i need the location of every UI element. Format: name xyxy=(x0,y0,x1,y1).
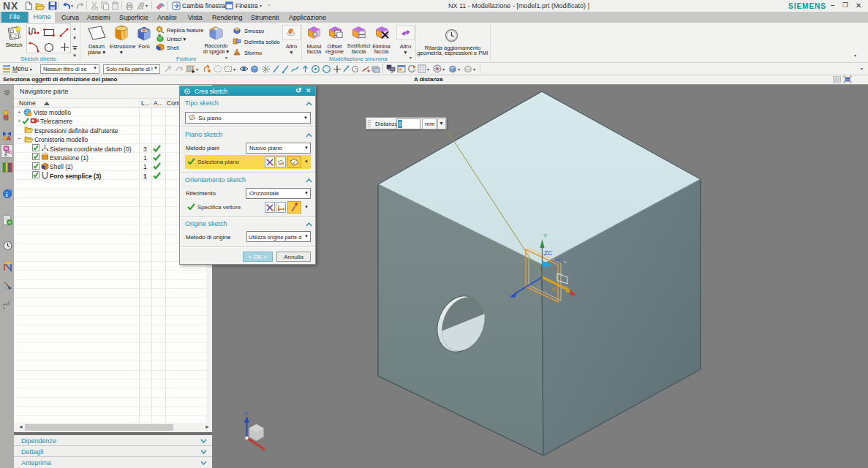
svg-text:ZC: ZC xyxy=(544,249,552,257)
svg-text:Y: Y xyxy=(543,233,548,239)
svg-text:XC: XC xyxy=(551,287,558,292)
svg-text:YC: YC xyxy=(554,257,562,264)
